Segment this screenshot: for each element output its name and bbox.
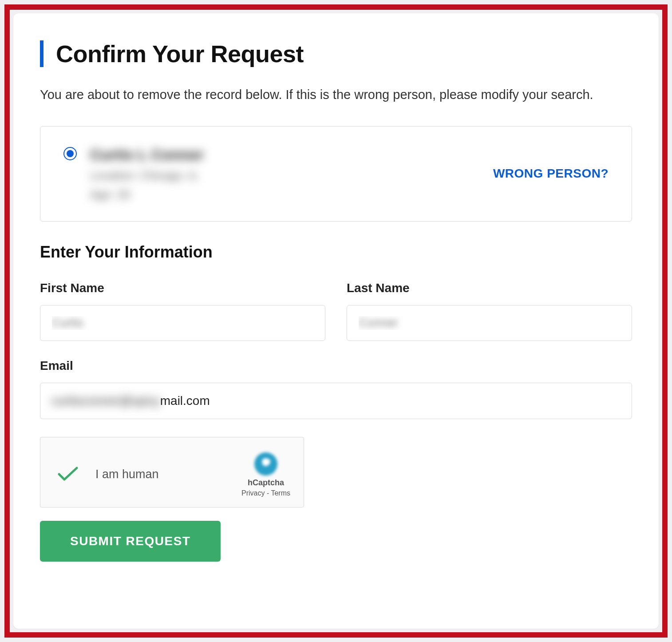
email-input[interactable] — [40, 383, 632, 419]
captcha-label: I am human — [95, 468, 159, 481]
last-name-label: Last Name — [347, 281, 632, 295]
captcha-box[interactable]: I am human hCaptcha Privacy - Terms — [40, 437, 304, 507]
checkmark-icon — [57, 466, 79, 482]
title-accent-bar — [40, 40, 43, 67]
hcaptcha-brand: hCaptcha — [248, 478, 284, 487]
email-wrap: curtisconner@spicy mail.com — [40, 383, 632, 419]
email-col: Email curtisconner@spicy mail.com — [40, 359, 632, 419]
email-label: Email — [40, 359, 632, 373]
record-radio[interactable] — [63, 147, 77, 160]
hcaptcha-logo-icon — [253, 452, 278, 476]
hcaptcha-privacy-link[interactable]: Privacy — [241, 489, 265, 497]
submit-request-button[interactable]: SUBMIT REQUEST — [40, 521, 221, 562]
hcaptcha-links: Privacy - Terms — [241, 489, 290, 497]
captcha-left: I am human — [57, 466, 159, 482]
title-row: Confirm Your Request — [40, 40, 632, 67]
form-section-title: Enter Your Information — [40, 243, 632, 262]
last-name-col: Last Name — [347, 281, 632, 341]
captcha-right: hCaptcha Privacy - Terms — [241, 452, 290, 497]
hcaptcha-terms-link[interactable]: Terms — [271, 489, 290, 497]
radio-dot-icon — [67, 150, 74, 157]
name-row: First Name Last Name — [40, 281, 632, 341]
first-name-input[interactable] — [40, 305, 325, 341]
page-title: Confirm Your Request — [56, 40, 304, 67]
first-name-col: First Name — [40, 281, 325, 341]
record-age: Age: 29 — [90, 188, 204, 202]
first-name-label: First Name — [40, 281, 325, 295]
record-left: Curtis L Conner Location: Chicago, IL Ag… — [63, 146, 204, 202]
page-subtitle: You are about to remove the record below… — [40, 85, 632, 105]
record-name: Curtis L Conner — [90, 146, 204, 163]
highlight-frame: Confirm Your Request You are about to re… — [4, 4, 668, 638]
email-row: Email curtisconner@spicy mail.com — [40, 359, 632, 419]
record-location: Location: Chicago, IL — [90, 169, 204, 182]
record-box: Curtis L Conner Location: Chicago, IL Ag… — [40, 126, 632, 222]
record-info: Curtis L Conner Location: Chicago, IL Ag… — [90, 146, 204, 202]
confirm-request-card: Confirm Your Request You are about to re… — [13, 13, 659, 629]
last-name-input[interactable] — [347, 305, 632, 341]
wrong-person-link[interactable]: WRONG PERSON? — [493, 166, 609, 181]
